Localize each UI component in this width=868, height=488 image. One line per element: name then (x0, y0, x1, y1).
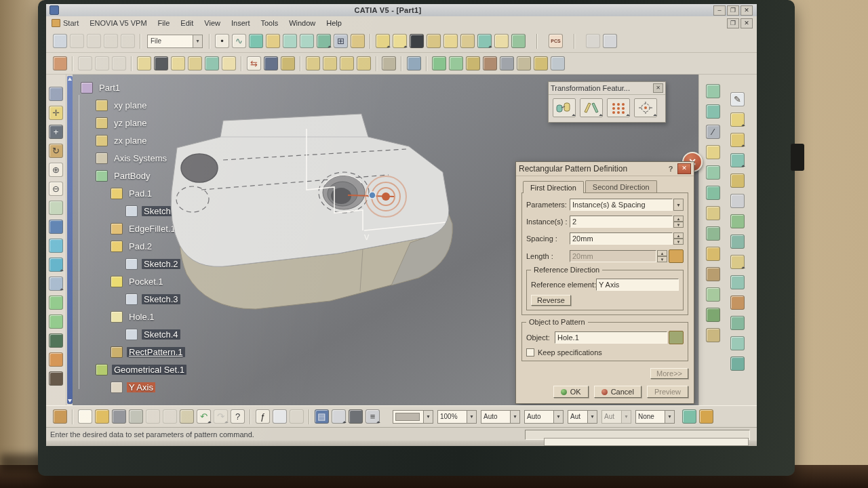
menu-start[interactable]: Start (46, 18, 84, 28)
extract-surface-icon[interactable] (283, 34, 297, 48)
point-symbol-dropdown[interactable]: Aut▾ (568, 410, 597, 424)
save-document-icon[interactable] (112, 409, 126, 424)
dropdown-arrow-icon[interactable]: ▾ (510, 411, 519, 423)
spacing-spin-up[interactable]: ▲ (673, 232, 684, 239)
split-tool-icon[interactable] (351, 34, 365, 48)
scaling-icon[interactable] (634, 98, 657, 117)
print-document-icon[interactable] (129, 409, 143, 424)
catalog-update-icon[interactable] (340, 56, 354, 70)
ink-bottle-icon[interactable] (281, 56, 295, 70)
counterbore-hole[interactable] (323, 175, 365, 209)
rotate-icon[interactable]: ↻ (49, 144, 63, 158)
menu-insert[interactable]: Insert (226, 18, 256, 28)
orange-box-icon[interactable] (49, 352, 63, 367)
property-sheet-icon[interactable] (53, 34, 67, 48)
shaft-icon[interactable] (730, 153, 745, 167)
mirror-icon[interactable] (580, 98, 603, 117)
mountain-scene-icon[interactable] (78, 56, 92, 70)
parameters-dropdown-arrow[interactable]: ▾ (673, 199, 684, 211)
design-table-icon[interactable]: ▤ (315, 409, 329, 424)
wizard-pen-icon[interactable] (699, 409, 713, 424)
envelope-open-icon[interactable] (494, 34, 509, 48)
length-lock-icon[interactable] (669, 249, 684, 263)
lock-icon[interactable] (349, 409, 363, 424)
object-input[interactable]: Hole.1 (555, 331, 667, 344)
whats-this-help-icon[interactable]: ? (231, 409, 245, 424)
redo-icon[interactable]: ↷ (214, 409, 228, 424)
part-3d-model[interactable]: V (161, 110, 527, 327)
close-surface-icon[interactable] (730, 336, 745, 350)
hole-top-left[interactable] (181, 154, 218, 182)
new-window-icon[interactable] (603, 34, 617, 48)
image-capture-icon[interactable] (407, 56, 421, 70)
gear-settings-icon[interactable] (382, 56, 396, 70)
catalog-filter-icon[interactable] (357, 56, 371, 70)
normal-view-icon[interactable] (49, 201, 63, 215)
copy-stack-icon[interactable] (551, 56, 565, 70)
tree-item-y-axis[interactable]: Y Axis (74, 378, 186, 396)
render-mode-dropdown[interactable]: Aut▾ (601, 410, 631, 424)
pad-icon[interactable] (730, 113, 745, 127)
catalog-open-icon[interactable] (306, 56, 320, 70)
pocket-icon[interactable] (730, 133, 745, 147)
restore-button[interactable]: ❐ (727, 5, 739, 16)
dropdown-arrow-icon[interactable]: ▾ (467, 411, 476, 423)
send-mail-icon[interactable] (70, 34, 84, 48)
thickness-icon[interactable] (730, 316, 745, 330)
open-box-icon[interactable] (460, 34, 475, 48)
menu-help[interactable]: Help (321, 18, 347, 28)
dropdown-arrow-icon[interactable]: ▾ (553, 411, 563, 423)
material-tray-icon[interactable] (427, 34, 441, 48)
new-document-icon[interactable] (78, 409, 92, 424)
slot-icon[interactable] (730, 235, 745, 249)
axis-constraint-icon[interactable] (466, 56, 480, 70)
hidden-tool-icon[interactable] (290, 409, 304, 424)
tree-scrollbar[interactable] (67, 76, 73, 404)
view-mode-icon[interactable] (49, 277, 63, 291)
tree-item-sketch-4[interactable]: Sketch.4 (74, 325, 186, 343)
cut-icon[interactable] (146, 409, 160, 424)
hide-show-icon[interactable] (49, 296, 63, 310)
tab-second-direction[interactable]: Second Direction (585, 180, 657, 192)
join-surface-icon[interactable] (317, 34, 331, 48)
spacing-spin-down[interactable]: ▼ (673, 239, 684, 245)
dialog-title-bar[interactable]: Rectangular Pattern Definition ? ✕ (516, 162, 694, 176)
zoom-out-icon[interactable]: ⊖ (49, 182, 63, 196)
file-type-combo[interactable]: File▾ (147, 35, 203, 48)
fly-mode-icon[interactable] (49, 87, 63, 101)
rectangular-pattern-icon[interactable] (607, 98, 630, 117)
dropdown-arrow-icon[interactable]: ▾ (587, 411, 597, 423)
parameters-combo[interactable]: Instance(s) & Spacing (570, 199, 673, 211)
fillet-surface-icon[interactable] (706, 206, 720, 220)
object-picker-icon[interactable] (669, 331, 684, 344)
stamp-tool-icon[interactable] (706, 267, 720, 281)
tab-first-direction[interactable]: First Direction (523, 181, 584, 193)
exchange-arrows-icon[interactable]: ⇆ (247, 56, 261, 70)
scan-doc-icon[interactable] (112, 56, 126, 70)
enovia-sync-icon[interactable] (121, 34, 135, 48)
spline-icon[interactable]: ∿ (232, 34, 246, 48)
camera-box-icon[interactable] (443, 34, 458, 48)
render-style-icon[interactable] (49, 258, 63, 272)
doc-restore-button[interactable]: ❐ (727, 18, 739, 28)
extrude-surface-icon[interactable] (706, 165, 720, 180)
library-browser-icon[interactable] (87, 34, 101, 48)
dialog-help-button[interactable]: ? (666, 165, 675, 173)
measure-item-icon[interactable] (332, 409, 346, 424)
layer-filter-dropdown[interactable]: None▾ (635, 410, 675, 424)
graphic-color-dropdown[interactable]: ▾ (393, 410, 433, 424)
doc-note-icon[interactable] (222, 56, 236, 70)
swap-visible-space-icon[interactable] (49, 314, 63, 329)
line-weight-dropdown[interactable]: Auto▾ (524, 410, 564, 424)
instances-input[interactable]: 2 (570, 216, 673, 228)
reference-element-input[interactable]: Y Axis (596, 279, 679, 291)
framed-picture-icon[interactable] (137, 56, 151, 70)
surface-patch-icon[interactable] (249, 34, 263, 48)
menu-file[interactable]: File (153, 18, 176, 28)
line-angle-icon[interactable] (500, 56, 514, 70)
stiffener-icon[interactable] (730, 255, 745, 269)
reverse-button[interactable]: Reverse (531, 295, 571, 306)
fill-grid-icon[interactable]: ⊞ (334, 34, 348, 48)
check-doc-icon[interactable] (511, 34, 526, 48)
diamond-target-icon[interactable] (432, 56, 446, 70)
